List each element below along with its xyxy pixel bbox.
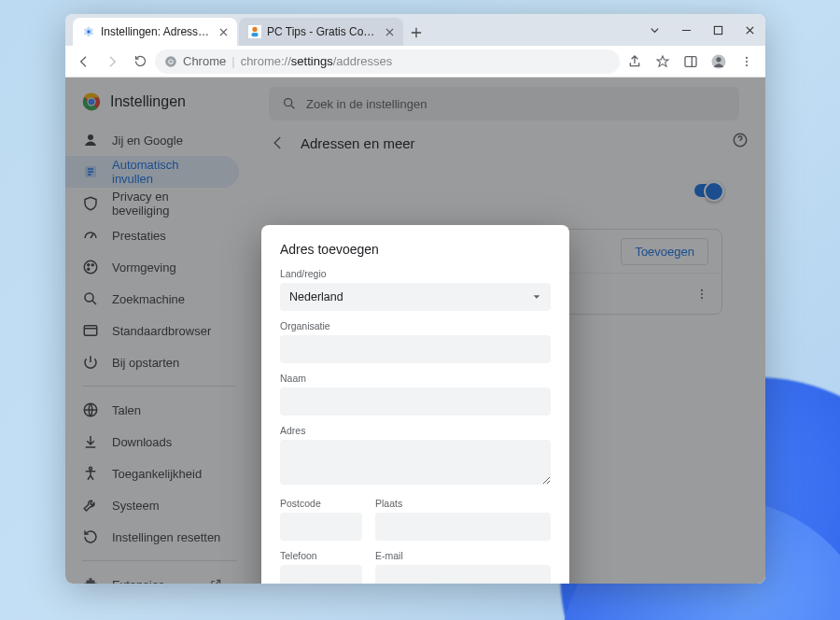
titlebar: Instellingen: Adressen en meer PC Tips -…: [65, 14, 765, 46]
close-button[interactable]: [734, 14, 765, 46]
country-select[interactable]: Nederland: [280, 283, 551, 311]
field-label: Land/regio: [280, 268, 551, 279]
browser-tab[interactable]: PC Tips - Gratis Computer Tips, ...: [239, 18, 403, 46]
svg-point-13: [746, 64, 748, 66]
gear-icon: [82, 25, 95, 38]
field-label: E-mail: [375, 550, 551, 561]
svg-rect-8: [685, 56, 696, 66]
back-button[interactable]: [71, 49, 97, 75]
svg-point-10: [716, 57, 721, 62]
dialog-title: Adres toevoegen: [280, 242, 551, 257]
share-icon[interactable]: [622, 49, 648, 75]
chevron-down-icon: [532, 292, 541, 302]
chrome-window: Instellingen: Adressen en meer PC Tips -…: [65, 14, 765, 584]
close-icon[interactable]: [217, 25, 230, 38]
svg-point-11: [746, 56, 748, 58]
field-label: Adres: [280, 425, 551, 436]
field-label: Plaats: [375, 498, 551, 509]
field-label: Organisatie: [280, 320, 551, 331]
window-controls: [638, 14, 765, 46]
address-field[interactable]: [280, 440, 551, 485]
omnibox-prefix: Chrome: [183, 54, 226, 68]
kebab-menu-icon[interactable]: [734, 49, 760, 75]
address-bar[interactable]: Chrome | chrome://settings/addresses: [155, 49, 620, 74]
svg-rect-4: [714, 26, 721, 34]
settings-page: Instellingen Jij en Google Automatisch i…: [65, 78, 765, 584]
svg-point-2: [252, 27, 257, 32]
phone-field[interactable]: [280, 565, 362, 584]
profile-icon[interactable]: [706, 49, 732, 75]
minimize-button[interactable]: [670, 14, 702, 46]
site-favicon: [248, 25, 261, 38]
svg-rect-3: [252, 33, 259, 36]
new-tab-button[interactable]: [403, 20, 429, 46]
reload-button[interactable]: [127, 49, 153, 75]
side-panel-icon[interactable]: [678, 49, 704, 75]
forward-button[interactable]: [99, 49, 125, 75]
tab-title: PC Tips - Gratis Computer Tips, ...: [267, 25, 377, 38]
tab-title: Instellingen: Adressen en meer: [101, 25, 211, 38]
field-label: Naam: [280, 373, 551, 384]
postal-field[interactable]: [280, 513, 362, 541]
name-field[interactable]: [280, 388, 551, 416]
toolbar: Chrome | chrome://settings/addresses: [65, 46, 765, 78]
chrome-logo-icon: [164, 55, 177, 68]
add-address-dialog: Adres toevoegen Land/regio Nederland Org…: [261, 225, 569, 584]
email-field[interactable]: [375, 565, 551, 584]
city-field[interactable]: [375, 513, 551, 541]
organisation-field[interactable]: [280, 335, 551, 363]
close-icon[interactable]: [383, 25, 396, 38]
bookmark-icon[interactable]: [650, 49, 676, 75]
svg-point-12: [746, 60, 748, 62]
field-label: Telefoon: [280, 550, 362, 561]
maximize-button[interactable]: [702, 14, 734, 46]
svg-point-7: [169, 60, 173, 63]
browser-tab-active[interactable]: Instellingen: Adressen en meer: [73, 18, 237, 46]
chevron-down-icon[interactable]: [638, 14, 670, 46]
field-label: Postcode: [280, 498, 362, 509]
